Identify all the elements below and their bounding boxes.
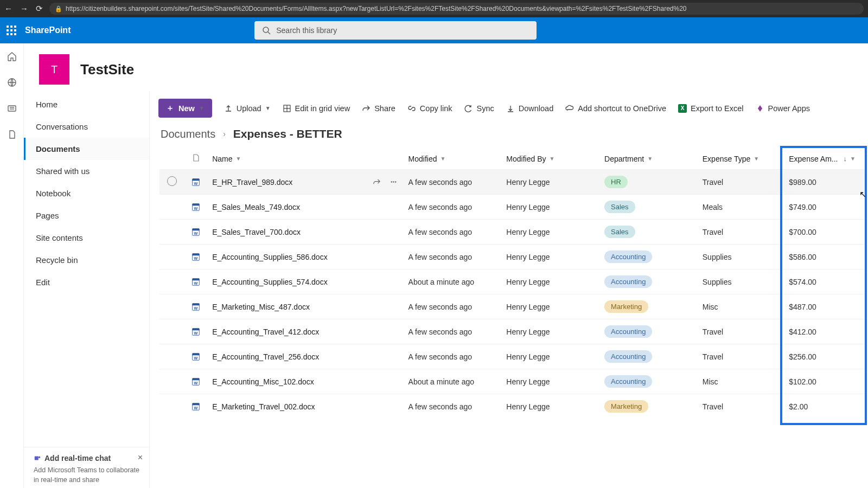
department-cell: Accounting bbox=[599, 269, 697, 294]
app-rail bbox=[0, 43, 24, 488]
chat-promo-title: Add real-time chat bbox=[34, 454, 139, 463]
forward-icon[interactable]: → bbox=[20, 4, 28, 14]
file-name[interactable]: E_HR_Travel_989.docx bbox=[212, 178, 292, 187]
select-circle[interactable] bbox=[167, 176, 177, 186]
power-apps-button[interactable]: Power Apps bbox=[756, 104, 810, 113]
export-excel-button[interactable]: X Export to Excel bbox=[678, 104, 744, 113]
table-row[interactable]: W E_Sales_Meals_749.docx A few seconds a… bbox=[159, 195, 866, 220]
table-row[interactable]: W E_Accounting_Misc_102.docx About a min… bbox=[159, 369, 866, 394]
expense-amount-cell: $700.00 bbox=[783, 220, 866, 245]
file-name[interactable]: E_Accounting_Misc_102.docx bbox=[212, 377, 314, 386]
word-icon: W bbox=[191, 377, 201, 387]
table-row[interactable]: W E_Accounting_Supplies_586.docx A few s… bbox=[159, 245, 866, 269]
file-name[interactable]: E_Marketing_Travel_002.docx bbox=[212, 402, 315, 411]
globe-icon[interactable] bbox=[7, 77, 17, 88]
col-file-type[interactable] bbox=[185, 148, 207, 170]
expense-type-cell: Travel bbox=[697, 394, 783, 419]
expense-amount-cell: $574.00 bbox=[783, 269, 866, 294]
share-icon bbox=[362, 104, 371, 113]
modified-by-cell[interactable]: Henry Legge bbox=[501, 170, 599, 195]
site-title[interactable]: TestSite bbox=[80, 61, 134, 78]
chevron-down-icon: ▼ bbox=[754, 156, 759, 162]
leftnav-item[interactable]: Documents bbox=[24, 138, 149, 160]
excel-icon: X bbox=[678, 104, 687, 113]
modified-by-cell[interactable]: Henry Legge bbox=[501, 319, 599, 344]
expense-type-cell: Meals bbox=[697, 195, 783, 220]
leftnav-item[interactable]: Conversations bbox=[24, 115, 149, 138]
leftnav-item[interactable]: Pages bbox=[24, 204, 149, 227]
file-name[interactable]: E_Sales_Meals_749.docx bbox=[212, 203, 300, 211]
table-row[interactable]: W E_Marketing_Misc_487.docx A few second… bbox=[159, 294, 866, 319]
copy-link-button[interactable]: Copy link bbox=[407, 104, 452, 113]
modified-cell: A few seconds ago bbox=[403, 170, 501, 195]
command-bar: ＋ New ▼ Upload ▼ Edit in grid view bbox=[150, 94, 868, 124]
table-row[interactable]: W E_Sales_Travel_700.docx A few seconds … bbox=[159, 220, 866, 245]
table-row[interactable]: W E_Accounting_Supplies_574.docx About a… bbox=[159, 269, 866, 294]
modified-by-cell[interactable]: Henry Legge bbox=[501, 269, 599, 294]
close-icon[interactable]: × bbox=[138, 453, 143, 463]
file-name[interactable]: E_Accounting_Supplies_586.docx bbox=[212, 253, 328, 261]
new-button[interactable]: ＋ New ▼ bbox=[158, 99, 212, 118]
expense-amount-cell: $412.00 bbox=[783, 319, 866, 344]
share-icon[interactable] bbox=[373, 178, 381, 186]
svg-text:W: W bbox=[194, 280, 198, 285]
col-modified[interactable]: Modified▼ bbox=[403, 148, 501, 170]
link-icon bbox=[407, 104, 416, 113]
site-logo[interactable]: T bbox=[39, 54, 69, 85]
leftnav-item[interactable]: Notebook bbox=[24, 182, 149, 204]
news-icon[interactable] bbox=[7, 103, 17, 114]
svg-text:W: W bbox=[194, 255, 198, 260]
word-icon: W bbox=[191, 277, 201, 287]
modified-cell: A few seconds ago bbox=[403, 394, 501, 419]
modified-cell: A few seconds ago bbox=[403, 319, 501, 344]
col-expense-type[interactable]: Expense Type▼ bbox=[697, 148, 783, 170]
app-launcher-icon[interactable] bbox=[7, 25, 16, 35]
back-icon[interactable]: ← bbox=[4, 4, 12, 14]
col-select[interactable] bbox=[159, 148, 185, 170]
table-row[interactable]: W E_Accounting_Travel_256.docx A few sec… bbox=[159, 344, 866, 369]
product-name[interactable]: SharePoint bbox=[25, 25, 71, 35]
col-department[interactable]: Department▼ bbox=[599, 148, 697, 170]
search-input[interactable]: Search this library bbox=[254, 21, 537, 40]
files-icon[interactable] bbox=[7, 129, 17, 140]
download-button[interactable]: Download bbox=[506, 104, 554, 113]
chat-promo-sub: Add Microsoft Teams to collaborate in re… bbox=[34, 466, 139, 485]
left-nav: HomeConversationsDocumentsShared with us… bbox=[24, 91, 150, 488]
more-icon[interactable] bbox=[390, 178, 398, 186]
col-expense-amount[interactable]: Expense Am...↓▼ bbox=[783, 148, 866, 170]
leftnav-item[interactable]: Shared with us bbox=[24, 160, 149, 182]
expense-type-cell: Travel bbox=[697, 170, 783, 195]
leftnav-item[interactable]: Recycle bin bbox=[24, 249, 149, 271]
leftnav-item[interactable]: Edit bbox=[24, 271, 149, 293]
edit-grid-button[interactable]: Edit in grid view bbox=[283, 104, 350, 113]
url-bar[interactable]: 🔒 https://citizenbuilders.sharepoint.com… bbox=[49, 3, 864, 15]
modified-by-cell[interactable]: Henry Legge bbox=[501, 369, 599, 394]
modified-by-cell[interactable]: Henry Legge bbox=[501, 245, 599, 269]
modified-by-cell[interactable]: Henry Legge bbox=[501, 220, 599, 245]
share-button[interactable]: Share bbox=[362, 104, 395, 113]
sync-button[interactable]: Sync bbox=[464, 104, 494, 113]
home-icon[interactable] bbox=[7, 51, 17, 62]
main-area: ＋ New ▼ Upload ▼ Edit in grid view bbox=[150, 91, 868, 488]
col-name[interactable]: Name▼ bbox=[207, 148, 403, 170]
add-shortcut-button[interactable]: Add shortcut to OneDrive bbox=[565, 104, 666, 113]
modified-cell: About a minute ago bbox=[403, 269, 501, 294]
upload-button[interactable]: Upload ▼ bbox=[224, 104, 271, 113]
file-name[interactable]: E_Marketing_Misc_487.docx bbox=[212, 303, 310, 311]
modified-by-cell[interactable]: Henry Legge bbox=[501, 294, 599, 319]
modified-by-cell[interactable]: Henry Legge bbox=[501, 394, 599, 419]
leftnav-item[interactable]: Site contents bbox=[24, 227, 149, 249]
table-row[interactable]: W E_Marketing_Travel_002.docx A few seco… bbox=[159, 394, 866, 419]
file-name[interactable]: E_Accounting_Supplies_574.docx bbox=[212, 278, 328, 286]
table-row[interactable]: W E_Accounting_Travel_412.docx A few sec… bbox=[159, 319, 866, 344]
table-row[interactable]: W E_HR_Travel_989.docx A few seconds ago… bbox=[159, 170, 866, 195]
file-name[interactable]: E_Sales_Travel_700.docx bbox=[212, 228, 301, 236]
breadcrumb-root[interactable]: Documents bbox=[161, 128, 215, 140]
reload-icon[interactable]: ⟳ bbox=[36, 4, 43, 14]
file-name[interactable]: E_Accounting_Travel_412.docx bbox=[212, 328, 319, 336]
file-name[interactable]: E_Accounting_Travel_256.docx bbox=[212, 352, 319, 361]
leftnav-item[interactable]: Home bbox=[24, 93, 149, 115]
modified-by-cell[interactable]: Henry Legge bbox=[501, 195, 599, 220]
modified-by-cell[interactable]: Henry Legge bbox=[501, 344, 599, 369]
col-modified-by[interactable]: Modified By▼ bbox=[501, 148, 599, 170]
